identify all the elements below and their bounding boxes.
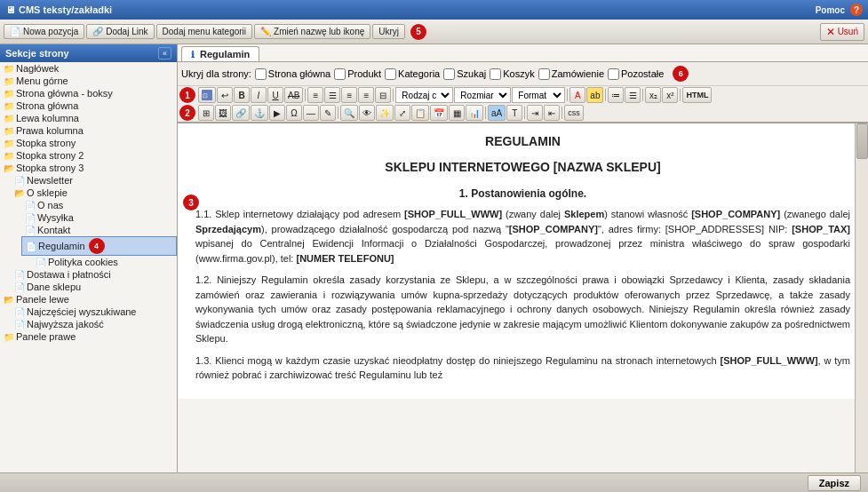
align-right-button[interactable]: ≡ bbox=[341, 87, 357, 103]
text-style-button[interactable]: T bbox=[506, 105, 522, 121]
font-size-select[interactable]: Rozmiar bbox=[454, 87, 511, 103]
tree-item[interactable]: 📂 Stopka strony 3 bbox=[0, 162, 177, 174]
tree-item[interactable]: 📄 Kontakt bbox=[21, 224, 177, 236]
tree-item[interactable]: 📁 Prawa kolumna bbox=[0, 124, 177, 137]
folder-icon: 📁 bbox=[4, 64, 14, 74]
page-icon: 📄 bbox=[14, 270, 25, 280]
anchor-button[interactable]: ⚓ bbox=[251, 105, 268, 121]
insert-date-button[interactable]: 📅 bbox=[430, 105, 448, 121]
tree-item[interactable]: 📁 Panele prawe bbox=[0, 330, 177, 343]
view-source-button[interactable]: ⊡ bbox=[198, 87, 216, 103]
page-icon: 📄 bbox=[25, 213, 36, 223]
tree-item[interactable]: 📄 Newsletter bbox=[11, 174, 177, 186]
editor-content[interactable]: 3 REGULAMIN SKLEPU INTERNETOWEGO [NAZWA … bbox=[178, 123, 868, 399]
sidebar-collapse-button[interactable]: « bbox=[158, 47, 171, 60]
tree-item[interactable]: 📁 Menu górne bbox=[0, 75, 177, 87]
omega-button[interactable]: Ω bbox=[286, 105, 302, 121]
image-button[interactable]: 🖼 bbox=[215, 105, 231, 121]
underline-button[interactable]: U bbox=[267, 87, 283, 103]
rename-button[interactable]: ✏️ Zmień nazwę lub ikonę bbox=[254, 24, 370, 39]
hide-pozostale-checkbox[interactable]: Pozostałe bbox=[608, 68, 664, 80]
align-center-button[interactable]: ☰ bbox=[324, 87, 340, 103]
superscript-button[interactable]: x² bbox=[662, 87, 678, 103]
italic-button[interactable]: I bbox=[251, 87, 267, 103]
tree-item[interactable]: 📄 Dostawa i płatności bbox=[11, 268, 177, 281]
undo-button[interactable]: ↩ bbox=[217, 87, 233, 103]
html-button[interactable]: HTML bbox=[682, 87, 712, 103]
link-button[interactable]: 🔗 bbox=[232, 105, 250, 121]
tree-item[interactable]: 📁 Nagłówek bbox=[0, 62, 177, 75]
title-bar-text: CMS teksty/zakładki bbox=[19, 4, 112, 15]
tree-item[interactable]: 📂 Panele lewe bbox=[0, 293, 177, 306]
tree-item[interactable]: 📄 Wysyłka bbox=[21, 211, 177, 224]
add-menu-button[interactable]: Dodaj menu kategorii bbox=[156, 24, 253, 39]
indent-less-button[interactable]: ⇤ bbox=[544, 105, 560, 121]
tree-item[interactable]: 📄 Polityka cookies bbox=[32, 256, 177, 268]
font-family-select[interactable]: Rodzaj c bbox=[395, 87, 453, 103]
template-button[interactable]: 📋 bbox=[411, 105, 429, 121]
annotation-6: 6 bbox=[673, 66, 689, 82]
pencil-icon: ✏️ bbox=[260, 27, 271, 36]
page-icon: 📄 bbox=[25, 226, 36, 235]
align-left-button[interactable]: ≡ bbox=[307, 87, 323, 103]
indent-more-button[interactable]: ⇥ bbox=[527, 105, 543, 121]
tree-item[interactable]: 📁 Stopka strony 2 bbox=[0, 149, 177, 162]
editor-content-wrapper: 3 REGULAMIN SKLEPU INTERNETOWEGO [NAZWA … bbox=[178, 123, 868, 472]
tree-item-regulamin[interactable]: 📄 Regulamin 4 bbox=[21, 236, 177, 256]
page-icon: 📄 bbox=[14, 307, 25, 317]
tab-regulamin[interactable]: ℹ Regulamin bbox=[181, 46, 259, 61]
table-button[interactable]: ⊞ bbox=[198, 105, 214, 121]
folder-icon: 📁 bbox=[4, 76, 14, 86]
hide-koszyk-checkbox[interactable]: Koszyk bbox=[490, 68, 534, 80]
hide-kategoria-checkbox[interactable]: Kategoria bbox=[385, 68, 440, 80]
chart-button[interactable]: 📊 bbox=[466, 105, 483, 121]
scrollbar-thumb[interactable] bbox=[856, 123, 868, 159]
add-link-button[interactable]: 🔗 Dodaj Link bbox=[86, 24, 154, 39]
sidebar-title: Sekcje strony bbox=[5, 48, 69, 59]
font-bg-button[interactable]: aA bbox=[488, 105, 506, 121]
strikethrough-button[interactable]: AB bbox=[284, 87, 303, 103]
media-button[interactable]: ▶ bbox=[269, 105, 285, 121]
folder-icon: 📁 bbox=[4, 151, 14, 161]
editor-toolbars: 1 ⊡ ↩ B I U AB ≡ ☰ ≡ ≡ ⊟ Rodzaj c bbox=[178, 86, 868, 123]
fullscreen-button[interactable]: ⤢ bbox=[394, 105, 410, 121]
tree-item[interactable]: 📄 Dane sklepu bbox=[11, 281, 177, 293]
bold-button[interactable]: B bbox=[234, 87, 250, 103]
tree-item[interactable]: 📄 Najwyższa jakość bbox=[11, 318, 177, 330]
hide-produkt-checkbox[interactable]: Produkt bbox=[334, 68, 381, 80]
tree-item[interactable]: 📄 O nas bbox=[21, 199, 177, 211]
tree-item[interactable]: 📁 Lewa kolumna bbox=[0, 112, 177, 124]
edit-button[interactable]: ✎ bbox=[320, 105, 336, 121]
format-select[interactable]: Format bbox=[512, 87, 565, 103]
doc-para-2: 1.2. Niniejszy Regulamin określa zasady … bbox=[195, 273, 850, 346]
doc-para-1: 1.1. Sklep internetowy działający pod ad… bbox=[195, 207, 850, 266]
save-button[interactable]: Zapisz bbox=[808, 475, 861, 491]
help-button[interactable]: ? bbox=[850, 4, 863, 16]
align-full-button[interactable]: ⊟ bbox=[375, 87, 391, 103]
tree-item[interactable]: 📁 Strona główna - boksy bbox=[0, 87, 177, 99]
scrollbar-track[interactable] bbox=[855, 123, 868, 472]
tree-item[interactable]: 📂 O sklepie bbox=[11, 186, 177, 199]
delete-button[interactable]: ✕ Usuń bbox=[820, 23, 864, 41]
find-replace-button[interactable]: 🔍 bbox=[340, 105, 358, 121]
tree-item[interactable]: 📄 Najczęściej wyszukiwane bbox=[11, 306, 177, 318]
justify-button[interactable]: ≡ bbox=[358, 87, 374, 103]
hide-zamowienie-checkbox[interactable]: Zamówienie bbox=[538, 68, 604, 80]
style-btn[interactable]: css bbox=[564, 105, 584, 121]
rule-button[interactable]: — bbox=[303, 105, 319, 121]
tree-item[interactable]: 📁 Strona główna bbox=[0, 99, 177, 112]
layers-button[interactable]: ▦ bbox=[449, 105, 465, 121]
numbered-list-button[interactable]: ☰ bbox=[625, 87, 641, 103]
cleanup-button[interactable]: ✨ bbox=[376, 105, 394, 121]
bullet-list-button[interactable]: ≔ bbox=[608, 87, 624, 103]
hide-szukaj-checkbox[interactable]: Szukaj bbox=[443, 68, 486, 80]
font-color-button[interactable]: A bbox=[569, 87, 585, 103]
subscript-button[interactable]: x₂ bbox=[645, 87, 661, 103]
hide-strona-glowna-checkbox[interactable]: Strona główna bbox=[255, 68, 330, 80]
tree-item[interactable]: 📁 Stopka strony bbox=[0, 137, 177, 149]
highlight-button[interactable]: ab bbox=[586, 87, 603, 103]
new-position-button[interactable]: 📄 Nowa pozycja bbox=[4, 24, 84, 39]
preview-button[interactable]: 👁 bbox=[359, 105, 375, 121]
hide-button[interactable]: Ukryj bbox=[372, 24, 405, 39]
tab-icon: ℹ bbox=[191, 50, 195, 60]
